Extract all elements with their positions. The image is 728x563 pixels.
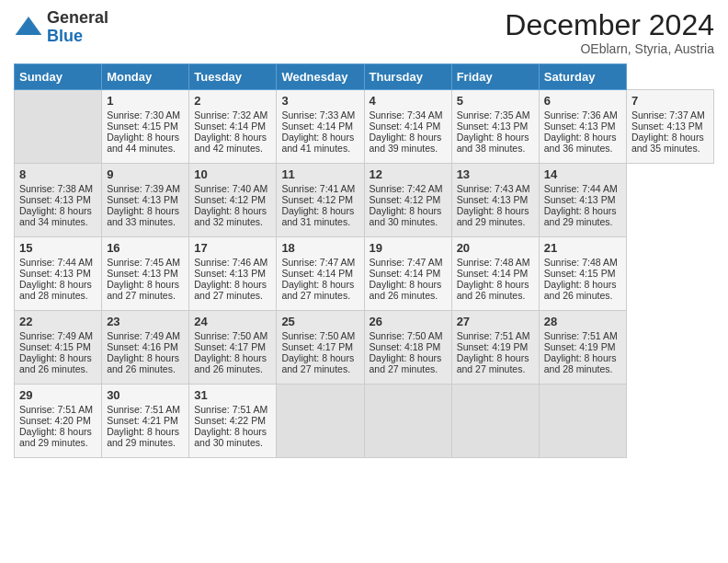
daylight-text: Daylight: 8 hours and 26 minutes. (370, 279, 442, 301)
calendar-cell: 6Sunrise: 7:36 AMSunset: 4:13 PMDaylight… (539, 90, 626, 164)
daylight-text: Daylight: 8 hours and 42 minutes. (194, 132, 267, 154)
sunset-text: Sunset: 4:15 PM (19, 341, 91, 352)
calendar-cell: 21Sunrise: 7:48 AMSunset: 4:15 PMDayligh… (539, 237, 626, 311)
calendar-cell: 14Sunrise: 7:44 AMSunset: 4:13 PMDayligh… (539, 164, 626, 237)
calendar-cell (451, 385, 539, 458)
calendar-cell: 8Sunrise: 7:38 AMSunset: 4:13 PMDaylight… (15, 164, 102, 237)
sunrise-text: Sunrise: 7:41 AM (281, 183, 355, 194)
calendar-cell: 23Sunrise: 7:49 AMSunset: 4:16 PMDayligh… (102, 311, 189, 385)
sunrise-text: Sunrise: 7:51 AM (544, 330, 618, 341)
day-number: 27 (457, 315, 534, 328)
calendar-cell (539, 385, 626, 458)
daylight-text: Daylight: 8 hours and 27 minutes. (107, 279, 179, 301)
day-number: 30 (107, 388, 184, 402)
day-number: 8 (19, 167, 97, 181)
sunrise-text: Sunrise: 7:50 AM (194, 330, 267, 341)
logo-general: General (47, 8, 108, 27)
calendar-cell: 11Sunrise: 7:41 AMSunset: 4:12 PMDayligh… (277, 164, 364, 237)
logo: General Blue (14, 9, 108, 46)
calendar-cell: 16Sunrise: 7:45 AMSunset: 4:13 PMDayligh… (102, 237, 189, 311)
daylight-text: Daylight: 8 hours and 26 minutes. (544, 279, 617, 301)
daylight-text: Daylight: 8 hours and 29 minutes. (19, 426, 92, 448)
day-number: 14 (544, 167, 621, 181)
column-header-tuesday: Tuesday (189, 64, 277, 90)
daylight-text: Daylight: 8 hours and 27 minutes. (281, 352, 354, 374)
calendar-cell: 2Sunrise: 7:32 AMSunset: 4:14 PMDaylight… (189, 90, 277, 164)
calendar-cell: 13Sunrise: 7:43 AMSunset: 4:13 PMDayligh… (451, 164, 539, 237)
column-header-thursday: Thursday (364, 64, 451, 90)
calendar-cell: 22Sunrise: 7:49 AMSunset: 4:15 PMDayligh… (15, 311, 102, 385)
column-header-saturday: Saturday (539, 64, 626, 90)
page-header: General Blue December 2024 OEblarn, Styr… (14, 9, 714, 56)
sunset-text: Sunset: 4:19 PM (544, 341, 616, 352)
daylight-text: Daylight: 8 hours and 32 minutes. (194, 205, 267, 227)
daylight-text: Daylight: 8 hours and 27 minutes. (281, 279, 354, 301)
daylight-text: Daylight: 8 hours and 34 minutes. (19, 205, 92, 227)
sunrise-text: Sunrise: 7:47 AM (281, 257, 355, 268)
sunset-text: Sunset: 4:14 PM (281, 268, 353, 279)
sunset-text: Sunset: 4:17 PM (194, 341, 266, 352)
sunset-text: Sunset: 4:16 PM (107, 341, 178, 352)
daylight-text: Daylight: 8 hours and 27 minutes. (457, 352, 529, 374)
daylight-text: Daylight: 8 hours and 28 minutes. (19, 279, 92, 301)
sunrise-text: Sunrise: 7:43 AM (457, 183, 530, 194)
sunset-text: Sunset: 4:13 PM (544, 194, 616, 205)
sunset-text: Sunset: 4:13 PM (194, 268, 266, 279)
day-number: 7 (631, 94, 709, 108)
day-number: 2 (194, 94, 271, 108)
calendar-cell: 15Sunrise: 7:44 AMSunset: 4:13 PMDayligh… (15, 237, 102, 311)
day-number: 4 (370, 94, 447, 108)
sunset-text: Sunset: 4:15 PM (107, 121, 178, 132)
day-number: 18 (281, 241, 358, 255)
calendar-cell: 24Sunrise: 7:50 AMSunset: 4:17 PMDayligh… (189, 311, 277, 385)
sunset-text: Sunset: 4:12 PM (281, 194, 353, 205)
sunrise-text: Sunrise: 7:47 AM (370, 257, 443, 268)
daylight-text: Daylight: 8 hours and 26 minutes. (194, 352, 267, 374)
week-row-2: 8Sunrise: 7:38 AMSunset: 4:13 PMDaylight… (15, 164, 714, 237)
day-number: 15 (19, 241, 97, 255)
week-row-1: 1Sunrise: 7:30 AMSunset: 4:15 PMDaylight… (15, 90, 714, 164)
daylight-text: Daylight: 8 hours and 29 minutes. (544, 205, 617, 227)
sunrise-text: Sunrise: 7:50 AM (281, 330, 355, 341)
title-block: December 2024 OEblarn, Styria, Austria (505, 9, 714, 56)
daylight-text: Daylight: 8 hours and 30 minutes. (194, 426, 267, 448)
sunrise-text: Sunrise: 7:40 AM (194, 183, 267, 194)
sunset-text: Sunset: 4:13 PM (107, 268, 178, 279)
sunrise-text: Sunrise: 7:39 AM (107, 183, 180, 194)
sunset-text: Sunset: 4:14 PM (370, 268, 441, 279)
calendar-cell: 3Sunrise: 7:33 AMSunset: 4:14 PMDaylight… (277, 90, 364, 164)
calendar-cell: 20Sunrise: 7:48 AMSunset: 4:14 PMDayligh… (451, 237, 539, 311)
calendar-cell: 17Sunrise: 7:46 AMSunset: 4:13 PMDayligh… (189, 237, 277, 311)
calendar-cell: 18Sunrise: 7:47 AMSunset: 4:14 PMDayligh… (277, 237, 364, 311)
sunset-text: Sunset: 4:22 PM (194, 415, 266, 426)
sunrise-text: Sunrise: 7:32 AM (194, 109, 267, 121)
sunrise-text: Sunrise: 7:34 AM (370, 109, 443, 121)
logo-blue: Blue (47, 27, 83, 45)
sunset-text: Sunset: 4:13 PM (457, 194, 529, 205)
day-number: 5 (457, 94, 534, 108)
day-number: 19 (370, 241, 447, 255)
sunrise-text: Sunrise: 7:48 AM (457, 257, 530, 268)
calendar-header-row: SundayMondayTuesdayWednesdayThursdayFrid… (15, 64, 714, 90)
sunrise-text: Sunrise: 7:36 AM (544, 109, 618, 121)
sunset-text: Sunset: 4:14 PM (370, 121, 441, 132)
sunrise-text: Sunrise: 7:37 AM (631, 109, 705, 121)
day-number: 16 (107, 241, 184, 255)
day-number: 17 (194, 241, 271, 255)
sunrise-text: Sunrise: 7:42 AM (370, 183, 443, 194)
sunset-text: Sunset: 4:13 PM (107, 194, 178, 205)
sunset-text: Sunset: 4:13 PM (19, 268, 91, 279)
daylight-text: Daylight: 8 hours and 41 minutes. (281, 132, 354, 154)
sunset-text: Sunset: 4:13 PM (457, 121, 529, 132)
sunrise-text: Sunrise: 7:45 AM (107, 257, 180, 268)
day-number: 3 (281, 94, 358, 108)
daylight-text: Daylight: 8 hours and 27 minutes. (194, 279, 267, 301)
day-number: 22 (19, 315, 97, 328)
calendar-table: SundayMondayTuesdayWednesdayThursdayFrid… (14, 63, 714, 458)
column-header-monday: Monday (102, 64, 189, 90)
day-number: 25 (281, 315, 358, 328)
sunset-text: Sunset: 4:14 PM (194, 121, 266, 132)
sunrise-text: Sunrise: 7:49 AM (19, 330, 93, 341)
calendar-cell: 27Sunrise: 7:51 AMSunset: 4:19 PMDayligh… (451, 311, 539, 385)
sunrise-text: Sunrise: 7:44 AM (544, 183, 618, 194)
